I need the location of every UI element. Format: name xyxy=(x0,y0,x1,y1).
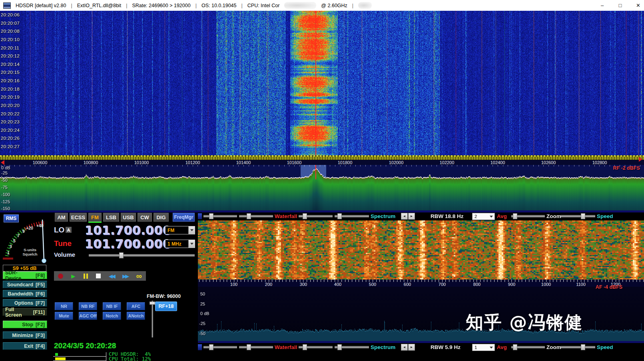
waterfall-contrast-slider[interactable] xyxy=(239,213,273,220)
freqmgr-button[interactable]: FreqMgr xyxy=(173,213,195,222)
options-button[interactable]: Options [F7] xyxy=(3,299,47,307)
sdr-device-button[interactable]: SDR-Device [F8] xyxy=(3,272,47,279)
button-label: SDR-Device xyxy=(5,270,33,281)
maximize-button[interactable]: □ xyxy=(611,0,629,11)
zoom-slider[interactable] xyxy=(511,213,545,220)
nb-rf-button[interactable]: NB RF xyxy=(79,302,97,310)
slider-thumb[interactable] xyxy=(247,213,251,219)
slider-thumb[interactable] xyxy=(303,213,307,219)
waterfall-contrast-slider[interactable] xyxy=(239,344,273,351)
close-button[interactable]: ✕ xyxy=(629,0,644,11)
slider-thumb[interactable] xyxy=(303,344,307,350)
slider-track[interactable] xyxy=(203,215,237,217)
slider-thumb[interactable] xyxy=(581,344,585,350)
fm-bandwidth-slider-track[interactable] xyxy=(152,301,153,337)
avg-dropdown[interactable]: 1 xyxy=(472,344,495,351)
scale-scroll-left-icon[interactable] xyxy=(1,160,4,165)
fm-bandwidth-slider-thumb[interactable] xyxy=(150,301,155,305)
mode-am[interactable]: AM xyxy=(55,213,68,222)
zoom-slider[interactable] xyxy=(511,344,545,351)
slider-thumb[interactable] xyxy=(581,213,585,219)
rf-gain-button[interactable]: RF+18 xyxy=(155,301,177,311)
slider-thumb[interactable] xyxy=(247,344,251,350)
pause-icon[interactable] xyxy=(84,274,88,279)
spectrum-scroll-right-icon[interactable]: ► xyxy=(408,213,415,220)
frequency-scale[interactable]: 100600 100800 101000 101200 101400 10160… xyxy=(0,160,644,165)
chevron-down-icon xyxy=(490,347,493,349)
squelch-marker[interactable] xyxy=(3,258,13,260)
af-tick-label: 1100 xyxy=(576,282,586,287)
af-frequency-scale[interactable]: 100 200 300 400 500 600 700 800 900 1000… xyxy=(198,280,644,287)
avg-dropdown[interactable]: 2 xyxy=(472,213,495,220)
slider-thumb[interactable] xyxy=(209,213,213,219)
stop-button[interactable]: Stop [F2] xyxy=(3,321,47,328)
mode-lsb[interactable]: LSB xyxy=(103,213,119,222)
frequency-ruler[interactable] xyxy=(0,155,644,160)
fast-forward-icon[interactable]: ▶▶ xyxy=(122,274,128,279)
slider-thumb[interactable] xyxy=(209,344,213,350)
slider-thumb[interactable] xyxy=(513,213,517,219)
volume-slider-thumb[interactable] xyxy=(119,252,124,258)
slider-track[interactable] xyxy=(203,346,237,348)
stop-icon[interactable] xyxy=(96,274,101,278)
nr-button[interactable]: NR xyxy=(55,302,73,310)
spectrum-scroll-right-icon[interactable]: ► xyxy=(408,344,415,351)
slider-track[interactable] xyxy=(561,346,595,348)
spectrum-scroll-left-icon[interactable]: ◄ xyxy=(401,344,408,351)
speed-slider[interactable] xyxy=(561,213,595,220)
mute-button[interactable]: Mute xyxy=(55,312,73,320)
splitter-handle[interactable] xyxy=(198,344,202,350)
slider-thumb[interactable] xyxy=(337,213,342,219)
lo-lock-badge[interactable]: A xyxy=(66,227,72,233)
notch-button[interactable]: Notch xyxy=(103,312,121,320)
af-waterfall-display[interactable] xyxy=(198,220,644,280)
slider-track[interactable] xyxy=(239,346,273,348)
play-icon[interactable]: ▶ xyxy=(71,274,75,279)
rf-spectrum-display[interactable] xyxy=(0,165,644,210)
agc-button[interactable]: AGC Off xyxy=(79,312,97,320)
slider-thumb[interactable] xyxy=(337,344,342,350)
spectrum-upper-slider[interactable] xyxy=(299,213,333,220)
tune-step-dropdown[interactable]: 1 MHz xyxy=(165,240,195,248)
splitter-handle[interactable] xyxy=(198,213,202,219)
volume-slider[interactable] xyxy=(89,252,195,258)
lo-frequency-display[interactable]: 101.700.000 xyxy=(85,224,163,238)
afc-button[interactable]: AFC xyxy=(127,302,145,310)
spectrum-scroll-left-icon[interactable]: ◄ xyxy=(401,213,408,220)
tune-frequency-display[interactable]: 101.700.000 xyxy=(85,237,163,251)
minimize-button[interactable]: – xyxy=(593,0,611,11)
waterfall-timestamp: 20:20:27 xyxy=(1,144,20,149)
chevron-down-icon[interactable] xyxy=(188,226,195,234)
slider-track[interactable] xyxy=(561,215,595,217)
record-icon[interactable] xyxy=(58,274,63,279)
anotch-button[interactable]: ANotch xyxy=(127,312,145,320)
speed-slider[interactable] xyxy=(561,344,595,351)
loop-icon[interactable]: ∞ xyxy=(136,272,142,280)
mode-ecss[interactable]: ECSS xyxy=(70,213,87,222)
rewind-icon[interactable]: ◀◀ xyxy=(109,274,114,279)
soundcard-button[interactable]: Soundcard [F5] xyxy=(3,281,47,288)
waterfall-brightness-slider[interactable] xyxy=(203,344,237,351)
mode-cw[interactable]: CW xyxy=(138,213,152,222)
tune-label: Tune xyxy=(54,239,72,248)
waterfall-brightness-slider[interactable] xyxy=(203,213,237,220)
lo-mode-dropdown[interactable]: FM xyxy=(165,226,195,234)
fullscreen-button[interactable]: Full Screen [F11] xyxy=(3,308,47,316)
nb-if-button[interactable]: NB IF xyxy=(103,302,121,310)
rf-waterfall-display[interactable] xyxy=(0,11,644,155)
mode-dig[interactable]: DIG xyxy=(154,213,169,222)
exit-button[interactable]: Exit [F4] xyxy=(3,342,47,350)
mode-usb[interactable]: USB xyxy=(121,213,136,222)
minimize-app-button[interactable]: Minimize [F3] xyxy=(3,331,47,339)
slider-thumb[interactable] xyxy=(513,344,517,350)
scale-scroll-right-icon[interactable] xyxy=(639,157,642,162)
chevron-down-icon[interactable] xyxy=(188,240,195,248)
mode-fm[interactable]: FM xyxy=(88,213,102,222)
spectrum-lower-slider[interactable] xyxy=(335,344,369,351)
bandwidth-button[interactable]: Bandwidth [F6] xyxy=(3,290,47,298)
spectrum-lower-slider[interactable] xyxy=(335,213,369,220)
rms-toggle[interactable]: RMS xyxy=(4,214,19,222)
spectrum-upper-slider[interactable] xyxy=(299,344,333,351)
slider-track[interactable] xyxy=(239,215,273,217)
volume-slider-track[interactable] xyxy=(89,254,195,256)
